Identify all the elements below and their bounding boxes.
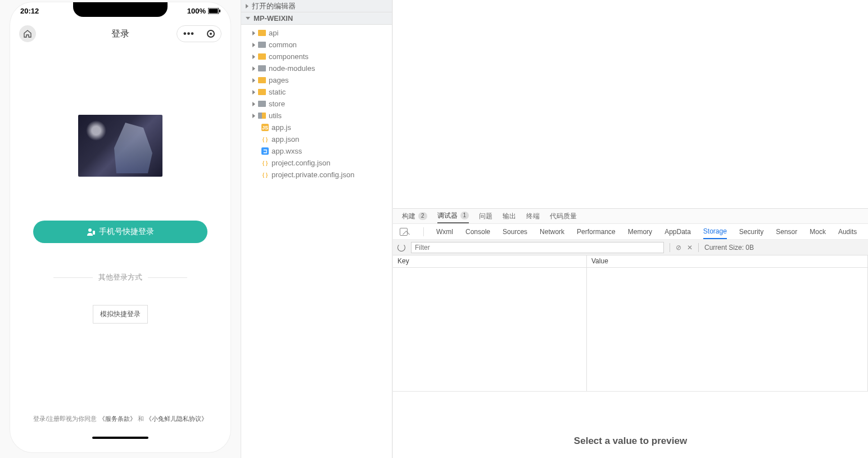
tab-debugger[interactable]: 调试器1	[437, 209, 469, 223]
folder-label: store	[269, 100, 285, 108]
file-project.private.config.json[interactable]: { }project.private.config.json	[241, 169, 392, 181]
project-root[interactable]: MP-WEIXIN	[241, 12, 392, 25]
separator	[698, 243, 699, 252]
tab-problems[interactable]: 问题	[479, 209, 492, 223]
privacy-link[interactable]: 《小兔鲜儿隐私协议》	[146, 415, 207, 422]
folder-label: utils	[269, 111, 282, 120]
value-preview: Select a value to preview	[393, 392, 868, 458]
capsule-menu[interactable]: •••	[177, 25, 221, 42]
tab-build[interactable]: 构建2	[402, 209, 427, 223]
agree-prefix: 登录/注册即视为你同意	[33, 415, 97, 422]
storage-table-header: Key Value	[393, 255, 868, 268]
chevron-right-icon	[252, 78, 255, 83]
status-time: 20:12	[20, 7, 39, 15]
battery-pct: 100%	[187, 7, 206, 15]
open-editors-label: 打开的编辑器	[252, 1, 296, 11]
folder-store[interactable]: store	[241, 98, 392, 110]
separator	[423, 227, 424, 236]
devtab-appdata[interactable]: AppData	[664, 224, 691, 239]
build-badge: 2	[418, 212, 427, 220]
file-label: app.json	[272, 135, 299, 143]
chevron-right-icon	[252, 102, 255, 106]
devtab-network[interactable]: Network	[540, 224, 564, 239]
folder-pages[interactable]: pages	[241, 74, 392, 86]
file-icon: ⊐	[261, 147, 269, 155]
devtab-sources[interactable]: Sources	[503, 224, 527, 239]
capsule-more-icon[interactable]: •••	[183, 29, 195, 39]
folder-components[interactable]: components	[241, 51, 392, 62]
agreement-text: 登录/注册即视为你同意 《服务条款》 和 《小兔鲜儿隐私协议》	[33, 415, 207, 423]
nav-bar: 登录 •••	[10, 21, 230, 46]
user-phone-icon	[87, 227, 96, 236]
file-icon: { }	[261, 171, 269, 178]
phone-login-button[interactable]: 手机号快捷登录	[33, 221, 207, 243]
folder-api[interactable]: api	[241, 27, 392, 39]
separator	[670, 243, 670, 252]
tab-build-label: 构建	[402, 212, 415, 221]
file-app.js[interactable]: JSapp.js	[241, 122, 392, 133]
tab-debugger-label: 调试器	[437, 211, 458, 221]
folder-icon	[258, 65, 266, 71]
devtab-storage[interactable]: Storage	[703, 224, 727, 239]
devtab-memory[interactable]: Memory	[628, 224, 652, 239]
debugger-badge: 1	[460, 212, 469, 219]
mock-login-button[interactable]: 模拟快捷登录	[93, 305, 148, 324]
devtab-wxml[interactable]: Wxml	[436, 224, 453, 239]
chevron-right-icon	[252, 90, 255, 95]
folder-common[interactable]: common	[241, 39, 392, 51]
folder-icon	[258, 101, 266, 107]
header-key[interactable]: Key	[393, 255, 587, 267]
tab-terminal[interactable]: 终端	[526, 209, 540, 223]
folder-icon	[258, 89, 266, 95]
file-app.wxss[interactable]: ⊐app.wxss	[241, 145, 392, 157]
terms-link[interactable]: 《服务条款》	[99, 415, 136, 422]
folder-icon	[258, 42, 266, 48]
folder-utils[interactable]: utils	[241, 110, 392, 122]
folder-label: api	[269, 29, 278, 37]
folder-node-modules[interactable]: node-modules	[241, 62, 392, 74]
devtab-console[interactable]: Console	[465, 224, 490, 239]
storage-table-body[interactable]	[393, 268, 868, 392]
svg-point-3	[88, 228, 92, 232]
devtab-sensor[interactable]: Sensor	[776, 224, 797, 239]
delete-icon[interactable]: ✕	[687, 244, 693, 252]
filter-input[interactable]	[411, 242, 664, 253]
refresh-icon[interactable]	[397, 244, 405, 252]
file-app.json[interactable]: { }app.json	[241, 133, 392, 145]
devtab-mock[interactable]: Mock	[810, 224, 826, 239]
svg-rect-1	[209, 8, 218, 13]
tab-output[interactable]: 输出	[503, 209, 516, 223]
open-editors-section[interactable]: 打开的编辑器	[241, 0, 392, 12]
battery-icon	[208, 8, 220, 14]
inspector-icon[interactable]	[400, 228, 408, 236]
chevron-right-icon	[252, 31, 255, 35]
project-name: MP-WEIXIN	[254, 14, 293, 23]
chevron-right-icon	[252, 66, 255, 71]
clear-icon[interactable]: ⊘	[676, 244, 681, 252]
folder-label: components	[269, 52, 309, 61]
folder-icon	[258, 30, 266, 36]
folder-static[interactable]: static	[241, 86, 392, 98]
phone-notch	[73, 2, 168, 17]
devtab-security[interactable]: Security	[739, 224, 763, 239]
phone-frame: 20:12 100% 登录 ••• 手机号快捷登录 其他登录方式 模拟快捷登录	[10, 2, 230, 452]
devtab-performance[interactable]: Performance	[577, 224, 616, 239]
agree-mid: 和	[138, 415, 144, 422]
login-button-label: 手机号快捷登录	[99, 227, 154, 237]
storage-size: Current Size: 0B	[704, 244, 754, 252]
other-login-divider: 其他登录方式	[98, 272, 142, 282]
login-screen: 手机号快捷登录 其他登录方式 模拟快捷登录 登录/注册即视为你同意 《服务条款》…	[10, 48, 230, 442]
file-icon: JS	[261, 124, 269, 131]
file-project.config.json[interactable]: { }project.config.json	[241, 157, 392, 169]
home-button[interactable]	[19, 25, 36, 42]
chevron-right-icon	[246, 4, 248, 8]
tab-quality[interactable]: 代码质量	[550, 209, 577, 223]
chevron-down-icon	[246, 17, 250, 20]
header-value[interactable]: Value	[587, 255, 868, 267]
capsule-close-icon[interactable]	[207, 30, 215, 38]
file-icon: { }	[261, 136, 269, 143]
nav-title: 登录	[111, 28, 129, 40]
devtab-audits[interactable]: Audits	[838, 224, 857, 239]
file-label: app.wxss	[272, 147, 302, 155]
folder-icon	[258, 113, 266, 119]
